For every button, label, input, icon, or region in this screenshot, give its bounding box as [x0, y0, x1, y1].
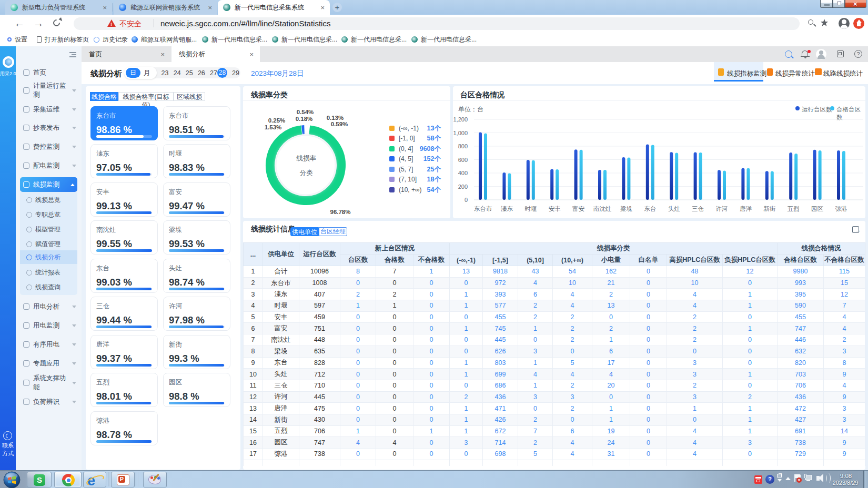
svg-text:富安: 富安 — [572, 206, 585, 212]
svg-text:600: 600 — [458, 157, 468, 163]
svg-text:1.53%: 1.53% — [265, 124, 282, 130]
svg-text:0.54%: 0.54% — [297, 109, 314, 115]
svg-text:园区: 园区 — [811, 206, 824, 212]
svg-text:96.78%: 96.78% — [330, 209, 350, 215]
svg-text:时堰: 时堰 — [524, 206, 537, 212]
svg-text:新街: 新街 — [763, 206, 776, 212]
svg-text:0.25%: 0.25% — [268, 117, 286, 124]
svg-text:1,200: 1,200 — [453, 116, 468, 123]
svg-text:1,000: 1,000 — [453, 130, 468, 136]
svg-text:头灶: 头灶 — [668, 206, 681, 212]
svg-text:线损率: 线损率 — [296, 155, 316, 162]
svg-text:分类: 分类 — [300, 169, 314, 177]
svg-text:溱东: 溱东 — [501, 206, 513, 212]
svg-text:东台: 东台 — [644, 206, 656, 212]
svg-text:梁垛: 梁垛 — [620, 206, 633, 212]
svg-text:三仓: 三仓 — [692, 206, 704, 212]
svg-text:400: 400 — [458, 170, 468, 176]
svg-text:唐洋: 唐洋 — [740, 206, 752, 212]
svg-text:弶港: 弶港 — [835, 206, 847, 212]
svg-text:0: 0 — [465, 197, 468, 203]
svg-text:200: 200 — [458, 184, 468, 190]
svg-text:东台市: 东台市 — [474, 206, 492, 212]
svg-text:800: 800 — [458, 143, 468, 149]
svg-text:许河: 许河 — [716, 206, 728, 212]
svg-text:0.18%: 0.18% — [296, 116, 313, 122]
svg-text:南沈灶: 南沈灶 — [593, 206, 612, 212]
svg-text:五烈: 五烈 — [787, 206, 800, 212]
svg-text:0.59%: 0.59% — [331, 121, 348, 127]
svg-text:安丰: 安丰 — [549, 206, 561, 212]
svg-text:0.13%: 0.13% — [327, 115, 344, 121]
